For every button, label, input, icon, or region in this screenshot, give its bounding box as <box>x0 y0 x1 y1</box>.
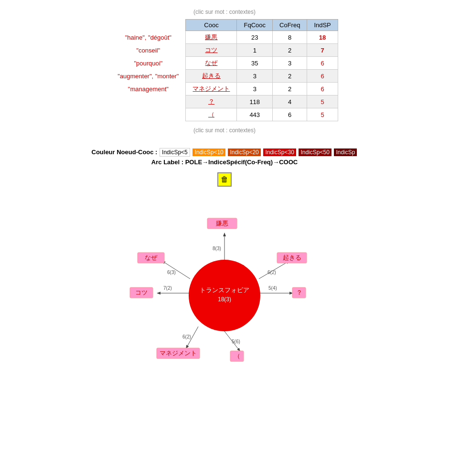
arc-label-legend: Arc Label : POLE→IndiceSpécif(Co-Freq)→C… <box>19 159 430 166</box>
row-cooc[interactable]: （ <box>186 108 237 121</box>
top-clic-note: (clic sur mot : contextes) <box>0 9 449 15</box>
arc-label-text: Arc Label : POLE→IndiceSpécif(Co-Freq)→C… <box>151 159 298 166</box>
row-cofreq: 4 <box>273 95 307 108</box>
node-management[interactable]: マネジメント <box>160 349 197 357</box>
node-naze[interactable]: なぜ <box>145 254 158 261</box>
row-indsp: 6 <box>307 57 338 70</box>
row-indsp: 5 <box>307 108 338 121</box>
row-indsp: 7 <box>307 44 338 57</box>
badge-lt5: IndicSp<5 <box>160 148 190 157</box>
row-fqcooc: 3 <box>237 70 273 83</box>
row-label: "augmenter", "monter" <box>111 70 186 83</box>
page-wrapper: (clic sur mot : contextes) Cooc FqCooc C… <box>0 0 449 372</box>
node-color-legend: Couleur Noeud-Cooc : IndicSp<5 IndicSp<1… <box>19 148 430 157</box>
row-label: "pourquoi" <box>111 57 186 70</box>
row-cooc[interactable]: 起きる <box>186 70 237 83</box>
edge-label-okiru: 6(2) <box>267 270 276 275</box>
row-indsp: 18 <box>307 31 338 44</box>
row-fqcooc: 118 <box>237 95 273 108</box>
row-indsp: 6 <box>307 83 338 95</box>
row-cofreq: 6 <box>273 108 307 121</box>
row-cofreq: 2 <box>273 70 307 83</box>
table-row: "augmenter", "monter"起きる326 <box>111 70 338 83</box>
edge-label-kotsu: 7(2) <box>163 286 172 291</box>
node-color-label: Couleur Noeud-Cooc : <box>92 148 160 156</box>
col-header-fqcooc: FqCooc <box>237 20 273 31</box>
row-fqcooc: 1 <box>237 44 273 57</box>
row-cooc[interactable]: コツ <box>186 44 237 57</box>
edge-label-paren: 5(6) <box>232 339 240 344</box>
center-node-label: トランスフォビア <box>200 286 249 294</box>
edge-label-hatena: 5(4) <box>268 286 277 291</box>
center-node-value: 18(3) <box>218 296 231 303</box>
badge-lt20: IndicSp<20 <box>228 148 260 156</box>
cooc-table: Cooc FqCooc CoFreq IndSP "haine", "dégoû… <box>111 19 338 121</box>
row-label: "conseil" <box>111 44 186 57</box>
row-label: "haine", "dégoût" <box>111 31 186 44</box>
trash-button[interactable]: 🗑 <box>217 172 232 187</box>
table-row: "management"マネジメント326 <box>111 83 338 95</box>
row-cooc[interactable]: マネジメント <box>186 83 237 95</box>
row-cofreq: 3 <box>273 57 307 70</box>
edge-label-naze: 6(3) <box>167 270 176 275</box>
row-cooc[interactable]: 嫌悪 <box>186 31 237 44</box>
row-cofreq: 8 <box>273 31 307 44</box>
node-kotsu[interactable]: コツ <box>135 289 148 296</box>
col-header-indsp: IndSP <box>307 20 338 31</box>
badge-max: IndicSp <box>334 148 357 156</box>
table-row: "conseil"コツ127 <box>111 44 338 57</box>
table-row: ？11845 <box>111 95 338 108</box>
col-header-cooc: Cooc <box>186 20 237 31</box>
col-header-cofreq: CoFreq <box>273 20 307 31</box>
legend-section: Couleur Noeud-Cooc : IndicSp<5 IndicSp<1… <box>0 148 449 190</box>
badge-lt50: IndicSp<50 <box>299 148 331 156</box>
node-paren[interactable]: （ <box>234 352 240 360</box>
row-fqcooc: 23 <box>237 31 273 44</box>
row-cofreq: 2 <box>273 44 307 57</box>
node-hatena[interactable]: ？ <box>296 289 302 296</box>
table-row: "pourquoi"なぜ3536 <box>111 57 338 70</box>
row-label <box>111 108 186 121</box>
table-row: （44365 <box>111 108 338 121</box>
trash-icon: 🗑 <box>221 175 228 184</box>
row-fqcooc: 3 <box>237 83 273 95</box>
edge-naze <box>162 261 190 279</box>
badge-lt30: IndicSp<30 <box>263 148 296 156</box>
row-cooc[interactable]: なぜ <box>186 57 237 70</box>
node-kanaku[interactable]: 嫌悪 <box>216 220 228 227</box>
table-row: "haine", "dégoût"嫌悪23818 <box>111 31 338 44</box>
row-cooc[interactable]: ？ <box>186 95 237 108</box>
row-label: "management" <box>111 83 186 95</box>
node-okiru[interactable]: 起きる <box>283 254 301 261</box>
badge-lt10: IndicSp<10 <box>192 148 225 156</box>
row-indsp: 6 <box>307 70 338 83</box>
row-fqcooc: 443 <box>237 108 273 121</box>
row-cofreq: 2 <box>273 83 307 95</box>
table-section: (clic sur mot : contextes) Cooc FqCooc C… <box>0 9 449 134</box>
row-label <box>111 95 186 108</box>
row-fqcooc: 35 <box>237 57 273 70</box>
row-indsp: 5 <box>307 95 338 108</box>
cooc-graph: トランスフォビア 18(3) 8(3) 嫌悪 6(3) なぜ 6(2) 起きる … <box>105 205 344 367</box>
edge-label-kanaku: 8(3) <box>213 246 221 251</box>
center-node-circle[interactable] <box>189 260 260 331</box>
edge-label-management: 6(2) <box>182 334 191 339</box>
bottom-clic-note: (clic sur mot : contextes) <box>0 127 449 134</box>
